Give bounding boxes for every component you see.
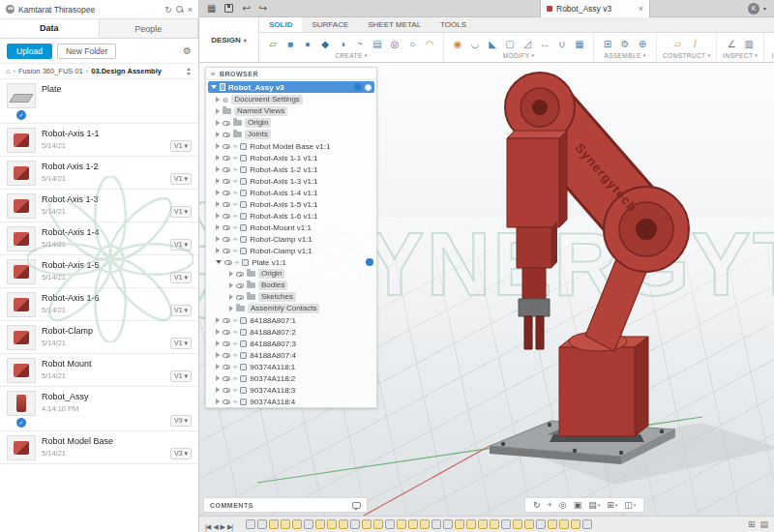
expand-arrow-icon[interactable] [216,213,220,219]
visibility-eye-icon[interactable] [223,167,230,172]
loft-icon[interactable]: ▤ [370,37,385,51]
create-cylinder-icon[interactable]: ● [300,37,315,51]
browser-row[interactable]: ∞90374A118:1 [206,361,376,372]
browser-row[interactable]: ∞84188A807:2 [206,326,376,338]
list-item[interactable]: Robot Model Base5/14/21V3 ▾ [0,431,198,464]
list-item[interactable]: Robot Mount5/14/21V1 ▾ [0,354,198,387]
component-icon[interactable] [240,248,247,254]
draft-icon[interactable]: ◿ [520,37,535,51]
browser-row[interactable]: ∞Robot-Axis 1-1 v1:1 [206,152,376,163]
browser-row[interactable]: ∞Plate v1:1 [206,256,376,268]
document-tab[interactable]: Robot_Assy v3 × [540,0,650,17]
breadcrumb-folder[interactable]: 03.Design Assembly [91,67,162,75]
visibility-eye-icon[interactable] [223,179,230,184]
timeline-feature-component-icon[interactable] [385,519,395,529]
viewports-icon[interactable]: ◫▾ [624,500,636,510]
version-dropdown[interactable]: V9 ▾ [170,415,192,427]
visibility-eye-icon[interactable] [224,260,232,265]
cloud-status-icon[interactable] [354,83,362,91]
cloud-status-icon[interactable] [366,258,373,266]
expand-arrow-icon[interactable] [216,201,220,207]
browser-row[interactable]: ∞Robot-Axis 1-3 v1:1 [206,175,376,187]
expand-arrow-icon[interactable] [216,364,220,369]
timeline-feature-joint-icon[interactable] [513,519,522,529]
expand-arrow-icon[interactable] [229,294,233,300]
browser-row[interactable]: Bodies [206,280,376,291]
component-icon[interactable] [240,364,247,370]
timeline-feature-joint-icon[interactable] [339,519,348,529]
browser-row[interactable]: ∞90374A118:2 [206,372,376,384]
timeline-feature-joint-icon[interactable] [408,519,418,529]
timeline-feature-joint-icon[interactable] [362,519,372,529]
visibility-eye-icon[interactable] [223,133,230,137]
expand-arrow-icon[interactable] [229,271,233,277]
timeline-feature-joint-icon[interactable] [269,519,279,529]
group-label[interactable]: MODIFY▾ [503,52,535,59]
browser-row[interactable]: ∞Robot-Mount v1:1 [206,222,376,233]
component-icon[interactable] [240,317,247,324]
visibility-eye-icon[interactable] [223,156,230,161]
robot-base[interactable] [559,347,635,436]
as-built-joint-icon[interactable]: ⊕ [635,37,650,51]
version-dropdown[interactable]: V3 ▾ [170,448,192,459]
browser-row[interactable]: ∞Robot-Axis 1-5 v1:1 [206,198,376,210]
version-dropdown[interactable]: V1 ▾ [170,140,192,152]
tab-tools[interactable]: TOOLS [431,17,476,32]
measure-icon[interactable]: ∠ [724,37,739,51]
list-item[interactable]: Robot-Axis 1-65/14/21V1 ▾ [0,288,198,321]
expand-arrow-icon[interactable] [216,317,220,323]
clamp-mount[interactable] [519,299,550,316]
visibility-eye-icon[interactable] [223,330,230,335]
component-icon[interactable] [240,236,247,243]
collapse-browser-icon[interactable]: « [211,70,216,78]
expand-arrow-icon[interactable] [216,132,220,137]
expand-arrow-icon[interactable] [216,260,222,264]
visibility-eye-icon[interactable] [223,376,230,381]
folder-icon[interactable] [247,282,255,288]
viewport-3d[interactable]: SYNERGYTECH [199,63,774,516]
comment-bubble-icon[interactable] [352,502,361,509]
display-settings-icon[interactable]: ▤▾ [588,500,600,510]
timeline-feature-joint-icon[interactable] [548,519,557,529]
close-panel-icon[interactable]: × [188,5,193,15]
list-item[interactable]: Robot-Axis 1-45/14/21V1 ▾ [0,222,198,255]
timeline-feature-joint-icon[interactable] [466,519,476,529]
design-mode-dropdown[interactable]: DESIGN ▾ [199,17,259,62]
folder-icon[interactable] [236,306,245,311]
timeline-feature-component-icon[interactable] [536,519,546,529]
component-icon[interactable] [240,190,247,196]
expand-arrow-icon[interactable] [216,329,220,335]
redo-icon[interactable]: ↪ [259,4,267,14]
version-dropdown[interactable]: V1 ▾ [170,206,192,218]
scale-icon[interactable]: ↔ [537,37,552,51]
visibility-eye-icon[interactable] [223,191,230,195]
browser-row[interactable]: Named Views [206,105,376,117]
timeline-feature-joint-icon[interactable] [315,519,325,529]
component-icon[interactable] [242,259,249,266]
expand-arrow-icon[interactable] [216,224,220,230]
browser-row[interactable]: ∞Robot-Axis 1-4 v1:1 [206,187,376,198]
browser-row[interactable]: Origin [206,268,376,280]
timeline-feature-component-icon[interactable] [257,519,267,529]
group-label[interactable]: CONSTRUCT▾ [663,52,710,59]
timeline-feature-component-icon[interactable] [501,519,511,529]
timeline-feature-component-icon[interactable] [443,519,453,529]
browser-row[interactable]: Origin [206,117,376,129]
visibility-eye-icon[interactable] [223,144,230,149]
expand-arrow-icon[interactable] [216,143,220,149]
home-icon[interactable]: ⌂ [6,67,11,75]
visibility-eye-icon[interactable] [223,249,230,253]
timeline-feature-joint-icon[interactable] [478,519,488,529]
chamfer-icon[interactable]: ◣ [485,37,500,51]
chevron-down-icon[interactable]: ▾ [763,5,766,12]
version-dropdown[interactable]: V1 ▾ [170,272,192,283]
visibility-eye-icon[interactable] [236,272,244,277]
go-to-start-icon[interactable]: |◀ [205,523,210,530]
tab-sheet-metal[interactable]: SHEET METAL [358,17,431,32]
avatar[interactable]: K [748,3,759,15]
expand-arrow-icon[interactable] [216,190,220,195]
undo-icon[interactable]: ↩ [242,4,250,14]
expand-arrow-icon[interactable] [216,236,220,242]
show-data-panel-icon[interactable]: ▦ [207,4,216,14]
visibility-eye-icon[interactable] [223,202,230,207]
